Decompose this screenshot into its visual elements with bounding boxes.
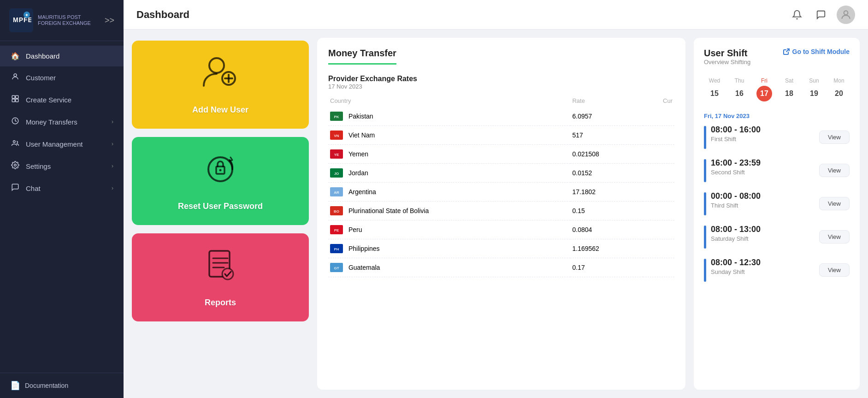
sidebar-item-label: Create Service	[26, 96, 71, 104]
customer-icon	[10, 72, 20, 83]
message-icon-button[interactable]	[813, 6, 829, 23]
documentation-label: Documentation	[25, 382, 68, 389]
calendar-day[interactable]: Fri 17	[754, 75, 775, 104]
svg-rect-8	[16, 99, 18, 102]
rate-cell: 1.169562	[570, 239, 643, 258]
logo-box: MPFE ✦	[9, 8, 33, 32]
sidebar-item-customer[interactable]: Customer	[0, 66, 124, 89]
sidebar-logo: MPFE ✦ MAURITIUS POST FOREIGN EXCHANGE >…	[0, 0, 124, 41]
user-management-icon	[10, 139, 20, 149]
rate-cell: 0.17	[570, 258, 643, 277]
reset-password-card[interactable]: Reset User Password	[132, 137, 309, 225]
reset-password-icon	[202, 151, 239, 195]
col-rate: Rate	[570, 95, 643, 107]
shift-view-button[interactable]: View	[819, 164, 850, 177]
content-area: Add New User Reset User Password	[124, 30, 868, 398]
rate-cell: 17.1802	[570, 183, 643, 202]
svg-text:AR: AR	[334, 190, 339, 195]
shift-view-button[interactable]: View	[819, 230, 850, 244]
cur-cell	[643, 220, 674, 239]
shift-time: 08:00 - 12:30	[711, 258, 815, 267]
shift-panel-header: User Shift Overview Shifting Go to Shift…	[704, 48, 850, 73]
exchange-rates-date: 17 Nov 2023	[328, 83, 674, 90]
table-row: YE Yemen 0.021508	[328, 145, 674, 164]
sidebar-item-label: Dashboard	[26, 52, 59, 60]
shift-time: 08:00 - 16:00	[711, 125, 815, 135]
sidebar-documentation[interactable]: 📄 Documentation	[0, 373, 124, 398]
svg-text:YE: YE	[334, 153, 339, 157]
add-new-user-card[interactable]: Add New User	[132, 41, 309, 129]
shift-view-button[interactable]: View	[819, 263, 850, 277]
shift-view-button[interactable]: View	[819, 131, 850, 144]
shift-row: 08:00 - 16:00 First Shift View	[704, 125, 850, 149]
svg-point-12	[844, 11, 848, 15]
calendar-day[interactable]: Sun 19	[803, 75, 825, 104]
svg-text:PE: PE	[334, 228, 339, 232]
shift-name: Saturday Shift	[711, 235, 815, 242]
country-cell: AR Argentina	[328, 183, 570, 202]
sidebar-item-money-transfers[interactable]: Money Transfers ›	[0, 111, 124, 133]
rate-cell: 0.021508	[570, 145, 643, 164]
goto-shift-module-button[interactable]: Go to Shift Module	[783, 48, 850, 55]
shift-view-button[interactable]: View	[819, 197, 850, 210]
chevron-right-icon: ›	[112, 163, 113, 169]
sidebar-item-user-management[interactable]: User Management ›	[0, 133, 124, 155]
calendar-day[interactable]: Thu 16	[729, 75, 750, 104]
shift-time: 00:00 - 08:00	[711, 191, 815, 201]
exchange-rates-header: Provider Exchange Rates	[328, 75, 674, 83]
shift-name: First Shift	[711, 136, 815, 143]
shift-row: 16:00 - 23:59 Second Shift View	[704, 158, 850, 182]
rate-cell: 0.0804	[570, 220, 643, 239]
sidebar-item-chat[interactable]: Chat ›	[0, 177, 124, 199]
sidebar-expand-button[interactable]: >>	[105, 16, 114, 25]
country-cell: JO Jordan	[328, 164, 570, 183]
calendar-day[interactable]: Wed 15	[704, 75, 725, 104]
avatar[interactable]	[837, 6, 855, 24]
country-cell: BO Plurinational State of Bolivia	[328, 202, 570, 220]
cards-column: Add New User Reset User Password	[124, 30, 317, 398]
sidebar: MPFE ✦ MAURITIUS POST FOREIGN EXCHANGE >…	[0, 0, 124, 398]
sidebar-item-dashboard[interactable]: 🏠 Dashboard	[0, 46, 124, 66]
add-new-user-label: Add New User	[192, 105, 248, 115]
calendar-day[interactable]: Mon 20	[828, 75, 850, 104]
rate-cell: 0.15	[570, 202, 643, 220]
svg-text:PK: PK	[334, 115, 339, 119]
shift-title-group: User Shift Overview Shifting	[704, 48, 750, 73]
sidebar-item-label: Chat	[26, 184, 41, 192]
svg-rect-5	[12, 95, 15, 98]
exchange-rates-table: Country Rate Cur PK Pakistan 6.0957	[328, 95, 674, 277]
calendar-day[interactable]: Sat 18	[779, 75, 800, 104]
shift-time: 08:00 - 13:00	[711, 225, 815, 234]
shift-name: Third Shift	[711, 202, 815, 209]
svg-text:VN: VN	[334, 134, 339, 138]
reports-card[interactable]: Reports	[132, 233, 309, 321]
logo-text: MAURITIUS POST FOREIGN EXCHANGE	[38, 14, 100, 26]
bell-icon-button[interactable]	[789, 6, 805, 23]
reports-icon	[202, 247, 239, 291]
settings-icon	[10, 161, 20, 171]
svg-text:BO: BO	[334, 209, 339, 214]
svg-text:✦: ✦	[25, 13, 29, 18]
country-cell: PE Peru	[328, 220, 570, 239]
documentation-icon: 📄	[10, 380, 20, 391]
chevron-right-icon: ›	[112, 185, 113, 191]
money-transfer-panel: Money Transfer Provider Exchange Rates 1…	[317, 38, 685, 390]
cur-cell	[643, 239, 674, 258]
svg-point-11	[14, 164, 17, 166]
sidebar-item-label: Money Transfers	[26, 118, 77, 126]
sidebar-item-settings[interactable]: Settings ›	[0, 155, 124, 177]
user-shift-panel: User Shift Overview Shifting Go to Shift…	[694, 38, 860, 390]
create-service-icon	[10, 95, 20, 105]
svg-point-4	[14, 74, 17, 77]
page-title: Dashboard	[136, 9, 781, 21]
table-row: BO Plurinational State of Bolivia 0.15	[328, 202, 674, 220]
external-link-icon	[783, 48, 790, 55]
sidebar-item-create-service[interactable]: Create Service	[0, 89, 124, 111]
cur-cell	[643, 107, 674, 126]
shift-subtitle: Overview Shifting	[704, 59, 750, 65]
cur-cell	[643, 126, 674, 145]
cur-cell	[643, 183, 674, 202]
sidebar-item-label: Settings	[26, 162, 51, 170]
sidebar-nav: 🏠 Dashboard Customer Create Service Mone…	[0, 41, 124, 373]
col-cur: Cur	[643, 95, 674, 107]
